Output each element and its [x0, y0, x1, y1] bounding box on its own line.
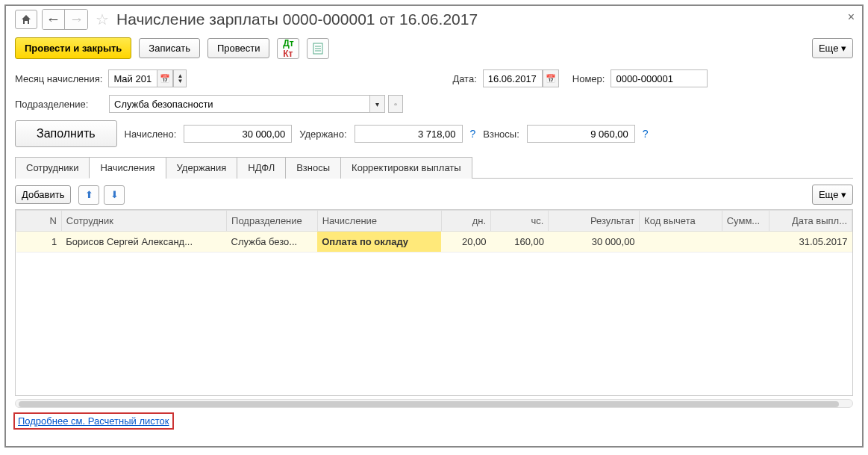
add-row-button[interactable]: Добавить: [15, 185, 71, 204]
col-result[interactable]: Результат: [549, 211, 640, 232]
withheld-help-icon[interactable]: ?: [470, 128, 476, 140]
date-label: Дата:: [452, 73, 476, 84]
close-icon[interactable]: ×: [848, 10, 855, 24]
col-accrual[interactable]: Начисление: [317, 211, 441, 232]
col-sum[interactable]: Сумм...: [722, 211, 769, 232]
col-dept[interactable]: Подразделение: [227, 211, 318, 232]
tab-corrections[interactable]: Корректировки выплаты: [340, 157, 472, 179]
forward-button[interactable]: 🡒: [65, 10, 87, 29]
page-title: Начисление зарплаты 0000-000001 от 16.06…: [116, 10, 478, 28]
accruals-table[interactable]: N Сотрудник Подразделение Начисление дн.…: [15, 209, 853, 396]
tab-ndfl[interactable]: НДФЛ: [237, 157, 286, 179]
accrued-input[interactable]: [184, 125, 292, 143]
number-label: Номер:: [572, 73, 605, 84]
withheld-input[interactable]: [355, 125, 463, 143]
col-n[interactable]: N: [16, 211, 62, 232]
chevron-down-icon: ▾: [841, 189, 846, 200]
month-spinner[interactable]: ▲▼: [173, 69, 187, 87]
tab-deductions[interactable]: Удержания: [166, 157, 238, 179]
post-and-close-button[interactable]: Провести и закрыть: [15, 37, 131, 59]
dept-dropdown-button[interactable]: ▾: [370, 95, 385, 113]
month-input[interactable]: [108, 69, 157, 87]
number-input[interactable]: [611, 69, 708, 87]
dtkt-icon: ДтКт: [283, 38, 293, 59]
withheld-label: Удержано:: [299, 129, 346, 140]
col-pay-date[interactable]: Дата выпл...: [769, 211, 852, 232]
dept-open-button[interactable]: ▫: [388, 95, 403, 113]
tab-contributions[interactable]: Взносы: [285, 157, 341, 179]
dept-label: Подразделение:: [15, 99, 103, 110]
col-days[interactable]: дн.: [441, 211, 490, 232]
accrued-label: Начислено:: [125, 129, 177, 140]
fill-button[interactable]: Заполнить: [15, 120, 117, 147]
col-ded-code[interactable]: Код вычета: [640, 211, 722, 232]
report-button[interactable]: [307, 38, 329, 59]
document-icon: [313, 43, 323, 55]
col-hours[interactable]: чс.: [491, 211, 549, 232]
tab-more-button[interactable]: Еще ▾: [812, 185, 853, 205]
home-icon: [21, 14, 31, 25]
month-label: Месяц начисления:: [15, 73, 102, 84]
month-picker-button[interactable]: 📅: [157, 69, 173, 87]
horizontal-scrollbar[interactable]: [15, 399, 853, 408]
favorite-icon[interactable]: ☆: [96, 10, 109, 28]
date-picker-button[interactable]: 📅: [543, 69, 559, 87]
move-up-button[interactable]: ⬆: [78, 185, 99, 205]
contrib-help-icon[interactable]: ?: [643, 128, 649, 140]
debit-credit-button[interactable]: ДтКт: [277, 38, 299, 59]
table-row[interactable]: 1 Борисов Сергей Александ... Служба безо…: [16, 232, 852, 253]
move-down-button[interactable]: ⬇: [104, 185, 125, 205]
back-button[interactable]: 🡐: [43, 10, 65, 29]
post-button[interactable]: Провести: [207, 38, 270, 58]
dept-input[interactable]: [109, 95, 370, 113]
col-employee[interactable]: Сотрудник: [61, 211, 226, 232]
payslip-link[interactable]: Подробнее см. Расчетный листок: [15, 414, 172, 428]
home-button[interactable]: [15, 10, 37, 29]
more-button[interactable]: Еще ▾: [812, 38, 853, 58]
chevron-down-icon: ▾: [841, 43, 846, 54]
tab-accruals[interactable]: Начисления: [89, 157, 166, 179]
contrib-label: Взносы:: [483, 129, 519, 140]
date-input[interactable]: [483, 69, 543, 87]
save-button[interactable]: Записать: [139, 38, 200, 58]
tab-employees[interactable]: Сотрудники: [15, 157, 90, 179]
contrib-input[interactable]: [527, 125, 635, 143]
